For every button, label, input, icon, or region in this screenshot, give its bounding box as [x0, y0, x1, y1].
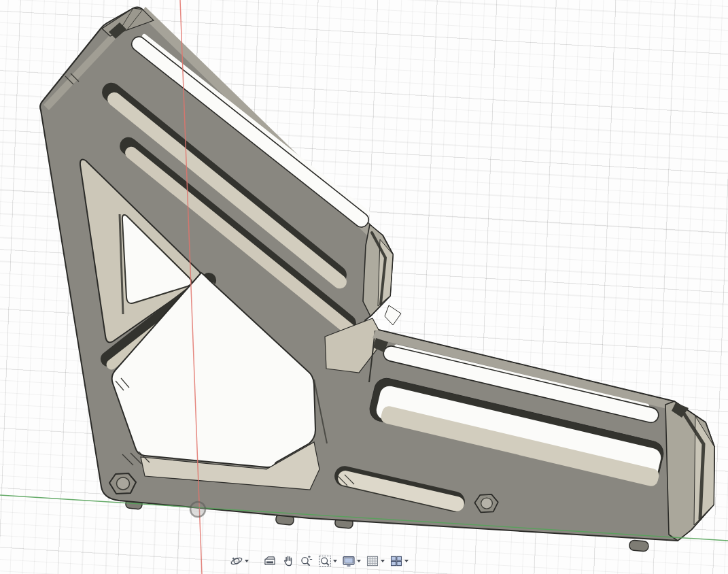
orbit-tool[interactable]: [228, 554, 250, 569]
dropdown-caret-icon[interactable]: [357, 560, 361, 562]
scene-3d: [0, 0, 728, 574]
orbit-icon: [230, 554, 243, 568]
viewport-canvas[interactable]: [0, 0, 728, 574]
display-settings-tool[interactable]: [341, 554, 362, 569]
origin-marker[interactable]: [190, 502, 205, 517]
grid-tool[interactable]: [364, 554, 386, 569]
pan-icon: [281, 554, 295, 568]
end-cap-top: [363, 224, 393, 316]
end-cap-right: [665, 401, 714, 541]
dropdown-caret-icon[interactable]: [333, 560, 337, 562]
display-settings-icon: [342, 554, 356, 568]
grid-icon: [366, 554, 379, 568]
bracket-model[interactable]: [40, 7, 714, 541]
pan-tool[interactable]: [280, 554, 296, 569]
fit-icon: [318, 554, 332, 568]
look-at-icon: [263, 554, 277, 568]
navbar: [228, 551, 410, 571]
viewports-icon: [389, 554, 403, 568]
junction-gap: [385, 305, 401, 325]
dropdown-caret-icon[interactable]: [404, 560, 409, 562]
viewports-tool[interactable]: [388, 554, 410, 569]
look-at-tool[interactable]: [262, 554, 278, 569]
dropdown-caret-icon[interactable]: [245, 560, 249, 562]
zoom-icon: [300, 554, 313, 568]
zoom-tool[interactable]: [298, 554, 315, 569]
fit-tool[interactable]: [317, 554, 339, 569]
dropdown-caret-icon[interactable]: [381, 560, 385, 562]
